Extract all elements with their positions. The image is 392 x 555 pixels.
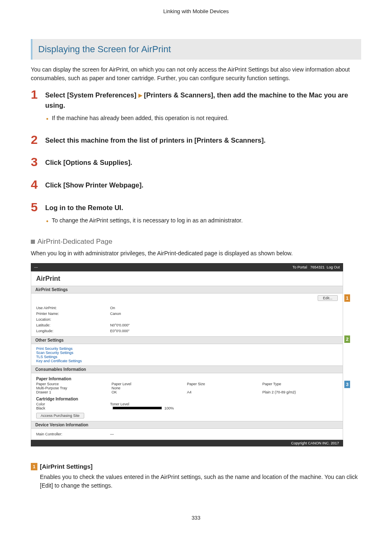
step-2: 2 Select this machine from the list of p… [31, 135, 361, 146]
step-title: Log in to the Remote UI. [45, 203, 361, 213]
page-header: Linking with Mobile Devices [31, 8, 361, 14]
triangle-icon: ▶ [138, 92, 142, 98]
intro-text: You can display the screen for AirPrint,… [31, 65, 361, 83]
subsection-title: AirPrint-Dedicated Page [37, 238, 112, 246]
label-location: Location: [36, 317, 110, 321]
label-use-airprint: Use AirPrint: [36, 306, 110, 310]
step-title: Select this machine from the list of pri… [45, 135, 361, 146]
callout-3: 3 [344, 380, 350, 388]
section-consumables: Consumables Information [31, 365, 343, 373]
cartridge-info-heading: Cartridge Information [36, 397, 338, 401]
ui-topbar: — To Portal 7654321 Log Out [31, 263, 343, 271]
section-device-version: Device Version Information [31, 421, 343, 429]
bullet-icon: ● [46, 217, 48, 225]
cell: A4 [187, 390, 263, 394]
callout-1: 1 [344, 294, 350, 302]
step-3: 3 Click [Options & Supplies]. [31, 157, 361, 168]
paper-row: Drawer 1 OK A4 Plain 2 (70-89 g/m2) [36, 390, 338, 394]
cell: None [112, 386, 187, 390]
label-main-controller: Main Controller: [36, 432, 110, 436]
topbar-user: 7654321 [310, 265, 325, 269]
step-number: 3 [31, 155, 38, 169]
cell [187, 386, 263, 390]
paper-info-heading: Paper Information [36, 377, 338, 381]
bullet-text: If the machine has already been added, t… [52, 115, 228, 123]
step-1: 1 Select [System Preferences] ▶ [Printer… [31, 90, 361, 123]
cell: Drawer 1 [36, 390, 112, 394]
section-airprint-settings: AirPrint Settings [31, 286, 343, 294]
paper-row: Multi-Purpose Tray None [36, 386, 338, 390]
section-other-settings: Other Settings [31, 336, 343, 344]
cell: Multi-Purpose Tray [36, 386, 112, 390]
square-icon [31, 240, 35, 244]
cell: Plain 2 (70-89 g/m2) [263, 390, 338, 394]
cartridge-row: Black 100% [36, 406, 338, 410]
airprint-page-screenshot: 1 2 3 — To Portal 7654321 Log Out AirPri… [31, 263, 343, 446]
cart-color: Black [36, 406, 110, 410]
label-latitude: Latitude: [36, 323, 110, 327]
legend-badge-1: 1 [31, 463, 37, 470]
col-paper-source: Paper Source [36, 382, 112, 386]
legend-airprint-settings: 1 [AirPrint Settings] Enables you to che… [31, 463, 361, 490]
col-paper-level: Paper Level [112, 382, 187, 386]
paper-header-row: Paper Source Paper Level Paper Size Pape… [36, 382, 338, 386]
link-key-cert-settings[interactable]: Key and Certificate Settings [36, 359, 338, 363]
col-paper-size: Paper Size [187, 382, 263, 386]
step-title: Select [System Preferences] ▶ [Printers … [45, 90, 361, 111]
section-title: Displaying the Screen for AirPrint [31, 39, 361, 60]
step-number: 4 [31, 178, 38, 192]
ui-title: AirPrint [36, 275, 338, 282]
step-number: 5 [31, 200, 38, 214]
edit-button[interactable]: Edit... [318, 295, 338, 301]
link-tls-settings[interactable]: TLS Settings [36, 355, 338, 359]
bullet-icon: ● [46, 115, 48, 123]
cartridge-header-row: Color Toner Level [36, 402, 338, 406]
cell: OK [112, 390, 187, 394]
col-toner-level: Toner Level [110, 402, 338, 406]
subsection-heading: AirPrint-Dedicated Page [31, 238, 361, 246]
step-bullet: ● If the machine has already been added,… [45, 115, 361, 123]
step-title: Click [Show Printer Webpage]. [45, 180, 361, 190]
label-longitude: Longitude: [36, 329, 110, 333]
link-print-security[interactable]: Print Security Settings [36, 347, 338, 351]
value-printer-name: Canon [110, 312, 121, 316]
legend-body: Enables you to check the values entered … [40, 473, 361, 490]
value-longitude: E0°0'0.000" [110, 329, 129, 333]
step-title: Click [Options & Supplies]. [45, 157, 361, 168]
ui-footer: Copyright CANON INC. 2017 [31, 440, 343, 446]
logout-link[interactable]: Log Out [327, 265, 340, 269]
breadcrumb: — [34, 265, 38, 269]
link-scan-security[interactable]: Scan Security Settings [36, 351, 338, 355]
step-4: 4 Click [Show Printer Webpage]. [31, 180, 361, 190]
page-number: 333 [31, 515, 361, 521]
value-latitude: N0°0'0.000" [110, 323, 130, 327]
bullet-text: To change the AirPrint settings, it is n… [52, 217, 243, 225]
access-purchasing-site-button[interactable]: Access Purchasing Site [36, 413, 84, 419]
to-portal-link[interactable]: To Portal [293, 265, 307, 269]
value-use-airprint: On [110, 306, 115, 310]
col-paper-type: Paper Type [263, 382, 338, 386]
toner-percent: 100% [164, 406, 174, 410]
step-number: 2 [31, 133, 38, 147]
subsection-text: When you log in with administrator privi… [31, 250, 361, 257]
step-title-part: Select [System Preferences] [45, 91, 138, 99]
topbar-right: To Portal 7654321 Log Out [293, 265, 340, 269]
value-main-controller: — [110, 432, 114, 436]
legend-title: [AirPrint Settings] [40, 463, 92, 470]
label-printer-name: Printer Name: [36, 312, 110, 316]
step-bullet: ● To change the AirPrint settings, it is… [45, 217, 361, 225]
cell [263, 386, 338, 390]
toner-bar [113, 407, 162, 409]
step-5: 5 Log in to the Remote UI. ● To change t… [31, 203, 361, 225]
callout-2: 2 [344, 335, 350, 343]
col-color: Color [36, 402, 110, 406]
step-number: 1 [31, 88, 38, 102]
